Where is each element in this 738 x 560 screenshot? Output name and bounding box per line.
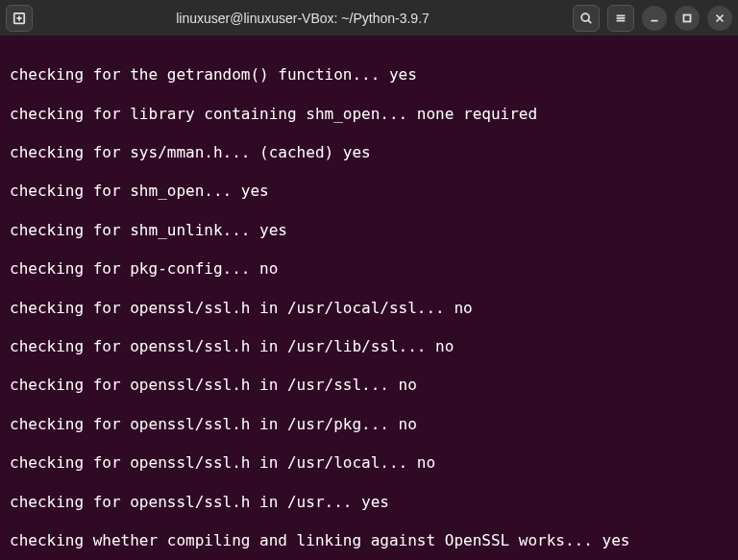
output-line: checking for pkg-config... no bbox=[10, 259, 728, 279]
output-line: checking for library containing shm_open… bbox=[10, 105, 728, 124]
output-line: checking for openssl/ssl.h in /usr... ye… bbox=[10, 493, 728, 512]
output-line: checking for openssl/ssl.h in /usr/local… bbox=[10, 299, 728, 318]
window-title: linuxuser@linuxuser-VBox: ~/Python-3.9.7 bbox=[33, 11, 573, 26]
new-tab-button[interactable] bbox=[6, 5, 33, 32]
svg-rect-9 bbox=[684, 14, 691, 21]
terminal-output[interactable]: checking for the getrandom() function...… bbox=[0, 37, 738, 560]
close-button[interactable] bbox=[707, 6, 732, 31]
svg-point-3 bbox=[581, 13, 589, 21]
output-line: checking for shm_open... yes bbox=[10, 182, 728, 201]
output-line: checking for openssl/ssl.h in /usr/lib/s… bbox=[10, 337, 728, 356]
menu-button[interactable] bbox=[607, 5, 634, 32]
output-line: checking for openssl/ssl.h in /usr/ssl..… bbox=[10, 376, 728, 395]
titlebar-left bbox=[6, 5, 33, 32]
output-line: checking for shm_unlink... yes bbox=[10, 221, 728, 240]
search-button[interactable] bbox=[573, 5, 600, 32]
output-line: checking whether compiling and linking a… bbox=[10, 531, 728, 550]
titlebar-right bbox=[573, 5, 732, 32]
svg-line-4 bbox=[588, 20, 591, 23]
output-line: checking for openssl/ssl.h in /usr/local… bbox=[10, 453, 728, 473]
maximize-button[interactable] bbox=[675, 6, 700, 31]
minimize-button[interactable] bbox=[642, 6, 667, 31]
output-line: checking for the getrandom() function...… bbox=[10, 65, 728, 85]
output-line: checking for openssl/ssl.h in /usr/pkg..… bbox=[10, 415, 728, 434]
output-line: checking for sys/mman.h... (cached) yes bbox=[10, 143, 728, 162]
titlebar: linuxuser@linuxuser-VBox: ~/Python-3.9.7 bbox=[0, 0, 738, 37]
